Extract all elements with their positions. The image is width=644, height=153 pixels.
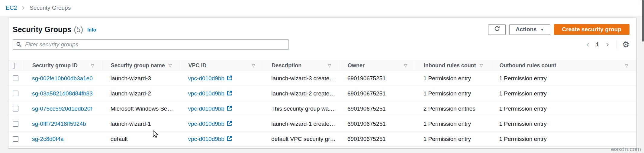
security-group-name-cell: default	[102, 136, 180, 142]
outbound-rules-cell: 1 Permission entry	[491, 121, 636, 127]
security-group-id-link[interactable]: sg-002fe10b00db3a1e0	[32, 75, 93, 82]
breadcrumb-chevron-icon	[21, 6, 25, 10]
inbound-rules-cell: 1 Permission entry	[415, 121, 491, 127]
description-cell: default VPC security gr…	[263, 136, 339, 142]
sort-icon[interactable]: ▽	[480, 63, 483, 68]
outbound-rules-cell: 1 Permission entry	[491, 75, 636, 82]
column-header-security-group-id[interactable]: Security group ID▽	[23, 60, 102, 71]
mouse-cursor	[152, 130, 159, 139]
row-checkbox[interactable]	[13, 75, 18, 81]
sort-icon[interactable]: ▽	[169, 63, 172, 68]
row-checkbox[interactable]	[13, 121, 18, 127]
owner-cell: 690190675251	[339, 90, 415, 97]
breadcrumb: EC2 Security Groups	[0, 0, 644, 16]
security-group-id-link[interactable]: sg-03a5821d08d84fb83	[32, 90, 93, 97]
vpc-id-link[interactable]: vpc-d010d9bb	[188, 75, 232, 82]
table-row: sg-075cc5920d1edb20f Microsoft Windows S…	[8, 101, 636, 116]
description-cell: This security group wa…	[263, 105, 339, 112]
security-group-id-link[interactable]: sg-2c8d0f4a	[32, 136, 64, 142]
description-cell: launch-wizard-2 create…	[263, 90, 339, 97]
description-cell: launch-wizard-1 create…	[263, 121, 339, 127]
inbound-rules-cell: 1 Permission entry	[415, 75, 491, 82]
filter-box	[13, 39, 289, 50]
vpc-id-link[interactable]: vpc-d010d9bb	[188, 105, 232, 112]
outbound-rules-cell: 1 Permission entry	[491, 105, 636, 112]
result-count: (5)	[74, 25, 83, 34]
outbound-rules-cell: 1 Permission entry	[491, 90, 636, 97]
vpc-id-link[interactable]: vpc-d010d9bb	[188, 135, 232, 143]
inbound-rules-cell: 2 Permission entries	[415, 105, 491, 112]
select-all-checkbox-cell	[8, 60, 23, 71]
vpc-id-link[interactable]: vpc-d010d9bb	[188, 90, 232, 97]
security-group-id-link[interactable]: sg-0fff729418ff5924b	[32, 121, 86, 127]
inbound-rules-cell: 1 Permission entry	[415, 90, 491, 97]
page-title: Security Groups (5) Info	[13, 25, 96, 34]
table-row: sg-03a5821d08d84fb83 launch-wizard-2 vpc…	[8, 86, 636, 101]
column-header-vpc-id[interactable]: VPC ID▽	[180, 60, 263, 71]
pagination: 1 ⚙	[584, 40, 630, 49]
filter-input[interactable]	[13, 39, 289, 50]
security-groups-table: Security group ID▽ Security group name▽ …	[8, 60, 636, 147]
column-header-description[interactable]: Description▽	[263, 60, 339, 71]
table-row: sg-2c8d0f4a default vpc-d010d9bb default…	[8, 131, 636, 147]
sort-icon[interactable]: ▽	[328, 63, 331, 68]
external-link-icon	[227, 90, 232, 97]
security-group-name-cell: launch-wizard-2	[102, 90, 180, 97]
owner-cell: 690190675251	[339, 121, 415, 127]
sort-icon[interactable]: ▽	[625, 63, 628, 68]
column-header-outbound-rules-count[interactable]: Outbound rules count▽	[491, 60, 636, 71]
security-group-name-cell: launch-wizard-1	[102, 121, 180, 127]
search-icon	[16, 42, 21, 48]
select-all-checkbox[interactable]	[13, 63, 15, 68]
previous-page-button[interactable]	[584, 41, 592, 48]
external-link-icon	[227, 105, 232, 112]
table-header-row: Security group ID▽ Security group name▽ …	[8, 60, 636, 71]
vpc-id-link[interactable]: vpc-d010d9bb	[188, 120, 232, 128]
breadcrumb-link-ec2[interactable]: EC2	[6, 5, 17, 11]
panel-header: Security Groups (5) Info Actions ▼ Creat…	[8, 18, 636, 50]
owner-cell: 690190675251	[339, 105, 415, 112]
security-group-id-link[interactable]: sg-075cc5920d1edb20f	[32, 105, 92, 112]
info-link[interactable]: Info	[87, 27, 96, 33]
pagination-divider	[617, 40, 617, 49]
outbound-rules-cell: 1 Permission entry	[491, 136, 636, 142]
create-security-group-button[interactable]: Create security group	[554, 24, 630, 35]
watermark: wsxdn.com	[611, 146, 641, 153]
page-title-text: Security Groups	[13, 25, 72, 34]
row-checkbox[interactable]	[13, 136, 18, 142]
owner-cell: 690190675251	[339, 136, 415, 142]
security-group-name-cell: launch-wizard-3	[102, 75, 180, 82]
refresh-icon	[494, 26, 500, 33]
security-group-name-cell: Microsoft Windows Se…	[102, 105, 180, 112]
table-row: sg-0fff729418ff5924b launch-wizard-1 vpc…	[8, 116, 636, 131]
sort-icon[interactable]: ▽	[252, 63, 255, 68]
sort-icon[interactable]: ▽	[91, 63, 94, 68]
sort-icon[interactable]: ▽	[404, 63, 407, 68]
settings-gear-icon[interactable]: ⚙	[622, 41, 630, 49]
external-link-icon	[227, 121, 232, 128]
table-row: sg-002fe10b00db3a1e0 launch-wizard-3 vpc…	[8, 71, 636, 86]
chevron-down-icon: ▼	[540, 28, 544, 32]
row-checkbox[interactable]	[13, 91, 18, 96]
actions-button[interactable]: Actions ▼	[509, 24, 550, 35]
row-checkbox[interactable]	[13, 106, 18, 111]
column-header-inbound-rules-count[interactable]: Inbound rules count▽	[415, 60, 491, 71]
refresh-button[interactable]	[488, 24, 506, 35]
inbound-rules-cell: 1 Permission entry	[415, 136, 491, 142]
description-cell: launch-wizard-3 create…	[263, 75, 339, 82]
external-link-icon	[227, 75, 232, 82]
scrollbar-thumb[interactable]	[642, 0, 644, 42]
actions-button-label: Actions	[516, 26, 537, 33]
external-link-icon	[227, 136, 232, 143]
security-groups-panel: Security Groups (5) Info Actions ▼ Creat…	[8, 17, 636, 148]
column-header-security-group-name[interactable]: Security group name▽	[102, 60, 180, 71]
page-number[interactable]: 1	[596, 41, 599, 48]
breadcrumb-current: Security Groups	[30, 5, 71, 11]
next-page-button[interactable]	[604, 41, 611, 48]
column-header-owner[interactable]: Owner▽	[339, 60, 415, 71]
owner-cell: 690190675251	[339, 75, 415, 82]
